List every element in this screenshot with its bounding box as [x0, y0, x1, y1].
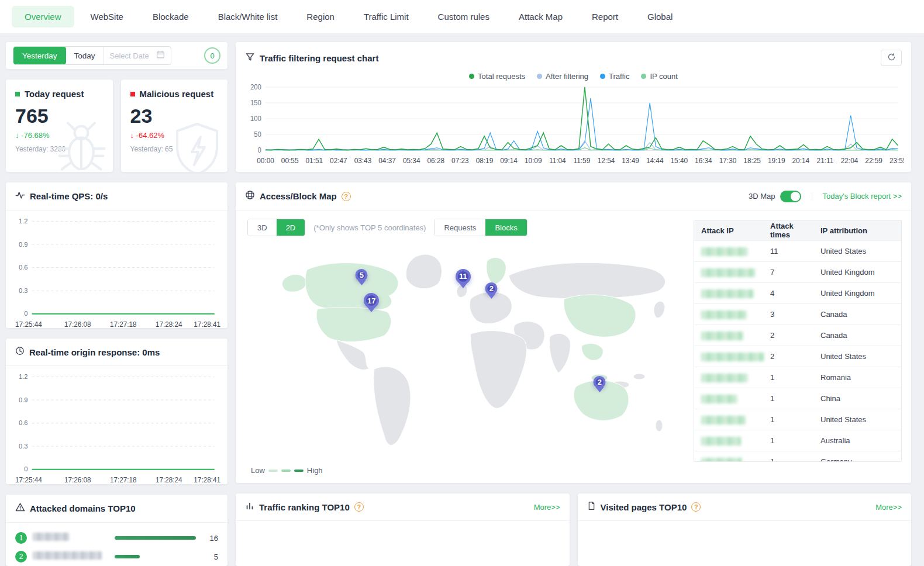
- attack-times-cell: 1: [763, 415, 813, 424]
- attack-table-row: 4United Kingdom: [694, 282, 901, 303]
- nav-tab-region[interactable]: Region: [294, 6, 347, 27]
- svg-text:1.2: 1.2: [19, 218, 28, 225]
- traffic-ranking-panel: Traffic ranking TOP10 ? More>>: [236, 493, 570, 566]
- left-column: Yesterday Today 0 Today reques: [6, 42, 227, 566]
- map-pin[interactable]: 11: [456, 269, 471, 292]
- qps-title: Real-time QPS: 0/s: [30, 191, 108, 201]
- nav-tab-website[interactable]: WebSite: [78, 6, 136, 27]
- nav-tab-report[interactable]: Report: [579, 6, 631, 27]
- attack-times-cell: 3: [763, 310, 813, 319]
- nav-tab-attack-map[interactable]: Attack Map: [506, 6, 575, 27]
- legend-high-label: High: [307, 466, 323, 475]
- visited-header: Visited pages TOP10 ? More>>: [578, 493, 912, 521]
- svg-text:21:11: 21:11: [817, 157, 834, 165]
- map-pin[interactable]: 5: [356, 269, 368, 289]
- requests-button[interactable]: Requests: [435, 219, 485, 236]
- svg-text:100: 100: [250, 114, 261, 122]
- requests-blocks-switch: Requests Blocks: [434, 219, 527, 236]
- dashboard-content: Yesterday Today 0 Today reques: [0, 34, 924, 566]
- nav-tab-custom-rules[interactable]: Custom rules: [425, 6, 502, 27]
- ip-attribution-cell: Canada: [813, 331, 901, 340]
- map-pin[interactable]: 2: [485, 282, 498, 303]
- funnel-icon: [245, 52, 255, 64]
- activity-icon: [15, 190, 25, 202]
- qps-header: Real-time QPS: 0/s: [6, 182, 227, 210]
- traffic-filtering-panel: Traffic filtering request chart Total re…: [236, 42, 911, 172]
- red-bullet: [130, 92, 135, 96]
- nav-tab-global[interactable]: Global: [635, 6, 685, 27]
- legend-item[interactable]: Total requests: [469, 72, 525, 81]
- stat-cards-row: Today request 765 ↓ -76.68% Yesterday: 3…: [6, 80, 227, 172]
- visited-more-link[interactable]: More>>: [875, 503, 902, 512]
- svg-text:15:40: 15:40: [671, 157, 688, 165]
- svg-text:02:47: 02:47: [330, 157, 347, 165]
- 3d-map-toggle[interactable]: [780, 191, 801, 202]
- map-pin[interactable]: 2: [594, 376, 606, 396]
- svg-text:18:25: 18:25: [743, 157, 761, 165]
- domain-bar: [115, 536, 196, 540]
- pin-value: 11: [456, 269, 471, 284]
- attack-table-row: 1China: [694, 388, 901, 409]
- file-icon: [587, 501, 596, 513]
- legend-item[interactable]: After filtering: [537, 72, 588, 81]
- legend-low-label: Low: [251, 466, 265, 475]
- ip-attribution-cell: Germany: [813, 457, 901, 462]
- svg-text:17:28:24: 17:28:24: [156, 475, 182, 484]
- map-help-icon[interactable]: ?: [342, 192, 351, 201]
- select-date-field[interactable]: [104, 47, 171, 64]
- svg-text:17:26:08: 17:26:08: [64, 475, 91, 484]
- svg-text:22:59: 22:59: [865, 157, 882, 165]
- green-bullet: [15, 92, 20, 96]
- map-toolbar: 3D 2D (*Only shows TOP 5 coordinates) Re…: [247, 219, 527, 236]
- ranking-header: Traffic ranking TOP10 ? More>>: [236, 493, 570, 521]
- svg-text:14:44: 14:44: [646, 157, 664, 165]
- ranking-more-link[interactable]: More>>: [534, 503, 560, 512]
- refresh-icon: [887, 53, 896, 64]
- ip-attribution-cell: United Kingdom: [813, 289, 901, 298]
- col-ip-attribution: IP attribution: [813, 226, 901, 235]
- visited-pages-panel: Visited pages TOP10 ? More>>: [578, 493, 912, 566]
- visited-help-icon[interactable]: ?: [691, 502, 701, 512]
- legend-label: Traffic: [609, 72, 629, 81]
- blocks-button[interactable]: Blocks: [485, 219, 526, 236]
- nav-tab-traffic-limit[interactable]: Traffic Limit: [351, 6, 422, 27]
- mode-2d-button[interactable]: 2D: [277, 219, 305, 236]
- map-note: (*Only shows TOP 5 coordinates): [313, 223, 426, 232]
- refresh-button[interactable]: [881, 50, 902, 66]
- blurred-domain: [33, 551, 102, 560]
- map-density-legend: Low High: [251, 466, 323, 475]
- legend-item[interactable]: IP count: [641, 72, 677, 81]
- block-report-link[interactable]: Today's Block report >>: [823, 192, 902, 201]
- blurred-attack-ip: [701, 289, 754, 298]
- svg-text:200: 200: [250, 82, 261, 90]
- attack-table-header: Attack IP Attack times IP attribution: [694, 220, 901, 240]
- col-attack-times: Attack times: [763, 222, 813, 239]
- svg-text:11:59: 11:59: [574, 157, 591, 165]
- legend-item[interactable]: Traffic: [600, 72, 629, 81]
- nav-tab-overview[interactable]: Overview: [12, 6, 74, 27]
- nav-tab-black-white-list[interactable]: Black/White list: [205, 6, 291, 27]
- attack-times-cell: 1: [763, 457, 813, 462]
- svg-text:01:51: 01:51: [305, 157, 323, 165]
- yesterday-button[interactable]: Yesterday: [13, 47, 66, 64]
- attack-table-row: 2United States: [694, 346, 901, 367]
- attack-times-cell: 1: [763, 436, 813, 445]
- ip-attribution-cell: Romania: [813, 373, 901, 382]
- attack-table-row: 11United States: [694, 240, 901, 261]
- qps-chart: 00.30.60.91.217:25:4417:26:0817:27:1817:…: [6, 210, 227, 336]
- legend-dot: [600, 74, 605, 79]
- domain-row: 116: [15, 529, 218, 547]
- select-date-input[interactable]: [110, 51, 152, 60]
- attack-table-row: 3Canada: [694, 303, 901, 325]
- ip-attribution-cell: China: [813, 394, 901, 403]
- nav-tab-blockade[interactable]: Blockade: [140, 6, 202, 27]
- bottom-row: Traffic ranking TOP10 ? More>> Visited p…: [236, 493, 911, 566]
- today-button[interactable]: Today: [66, 47, 104, 64]
- svg-text:0.9: 0.9: [19, 396, 28, 403]
- svg-text:150: 150: [250, 98, 261, 106]
- map-pin[interactable]: 17: [364, 293, 379, 316]
- mode-3d-button[interactable]: 3D: [248, 219, 277, 236]
- attack-table-row: 7United Kingdom: [694, 261, 901, 282]
- svg-text:10:09: 10:09: [525, 157, 542, 165]
- ranking-help-icon[interactable]: ?: [354, 502, 364, 512]
